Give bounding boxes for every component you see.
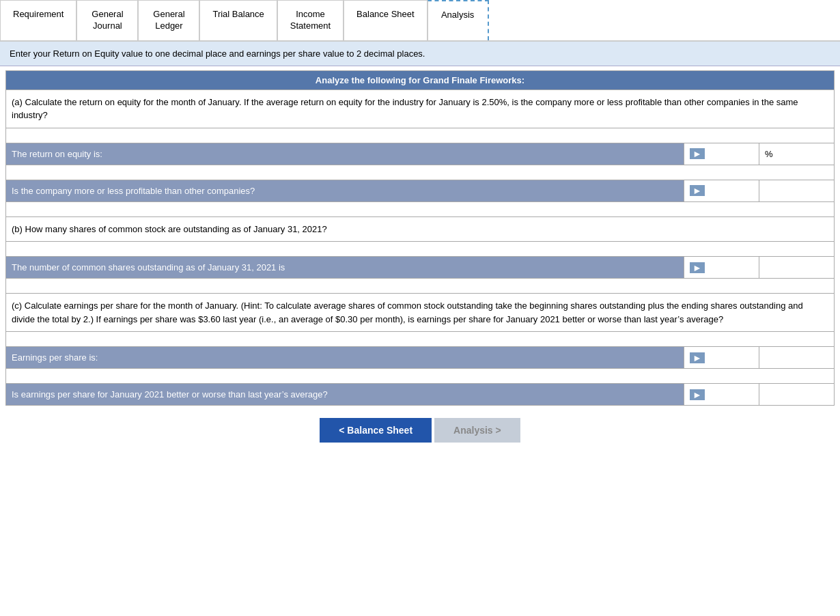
analysis-table: Analyze the following for Grand Finale F…: [5, 70, 835, 406]
eps-compare-label: Is earnings per share for January 2021 b…: [6, 384, 684, 406]
eps-arrow: ►: [690, 352, 705, 363]
profitable-input[interactable]: [705, 184, 753, 197]
instruction-text: Enter your Return on Equity value to one…: [10, 48, 425, 59]
eps-label: Earnings per share is:: [6, 347, 684, 369]
return-on-equity-row: The return on equity is: ► %: [6, 143, 835, 165]
shares-label: The number of common shares outstanding …: [6, 257, 684, 279]
profitable-input-cell[interactable]: ►: [684, 180, 759, 201]
tab-bar: Requirement GeneralJournal GeneralLedger…: [0, 0, 840, 42]
eps-compare-extra-cell: [759, 384, 835, 406]
return-label: The return on equity is:: [6, 143, 684, 165]
section-title: Analyze the following for Grand Finale F…: [6, 70, 835, 89]
shares-extra-cell: [759, 257, 835, 279]
tab-income-statement[interactable]: IncomeStatement: [277, 0, 344, 40]
shares-input-cell[interactable]: ►: [684, 257, 759, 279]
shares-row: The number of common shares outstanding …: [6, 257, 835, 279]
empty-row-1: [6, 128, 835, 143]
eps-compare-row: Is earnings per share for January 2021 b…: [6, 384, 835, 406]
part-b-text: (b) How many shares of common stock are …: [6, 216, 835, 242]
part-b-row: (b) How many shares of common stock are …: [6, 216, 835, 242]
part-c-row: (c) Calculate earnings per share for the…: [6, 294, 835, 332]
eps-compare-input-cell[interactable]: ►: [684, 384, 759, 406]
eps-extra-cell: [759, 347, 835, 369]
part-c-text: (c) Calculate earnings per share for the…: [6, 294, 835, 332]
instruction-bar: Enter your Return on Equity value to one…: [0, 42, 840, 66]
eps-row: Earnings per share is: ►: [6, 347, 835, 369]
return-arrow: ►: [690, 148, 705, 159]
back-button[interactable]: < Balance Sheet: [320, 418, 432, 443]
tab-general-ledger[interactable]: GeneralLedger: [138, 0, 199, 40]
eps-input[interactable]: [705, 351, 753, 364]
empty-row-4: [6, 242, 835, 257]
tab-balance-sheet[interactable]: Balance Sheet: [344, 0, 428, 40]
main-content: Analyze the following for Grand Finale F…: [0, 70, 840, 462]
eps-compare-arrow: ►: [690, 389, 705, 400]
profitable-row: Is the company more or less profitable t…: [6, 180, 835, 201]
tab-trial-balance[interactable]: Trial Balance: [199, 0, 277, 40]
profitable-arrow: ►: [690, 185, 705, 196]
part-a-text: (a) Calculate the return on equity for t…: [6, 89, 835, 128]
empty-row-6: [6, 332, 835, 347]
empty-row-2: [6, 165, 835, 180]
empty-row-3: [6, 201, 835, 216]
nav-buttons: < Balance Sheet Analysis >: [5, 418, 835, 443]
shares-arrow: ►: [690, 262, 705, 273]
tab-general-journal[interactable]: GeneralJournal: [76, 0, 138, 40]
percent-symbol: %: [759, 143, 835, 165]
profitable-label: Is the company more or less profitable t…: [6, 180, 684, 201]
section-title-row: Analyze the following for Grand Finale F…: [6, 70, 835, 89]
next-button[interactable]: Analysis >: [434, 418, 520, 443]
shares-input[interactable]: [705, 261, 753, 274]
eps-compare-input[interactable]: [705, 388, 753, 401]
part-a-row: (a) Calculate the return on equity for t…: [6, 89, 835, 128]
tab-requirement[interactable]: Requirement: [0, 0, 76, 40]
return-input-cell[interactable]: ►: [684, 143, 759, 165]
eps-input-cell[interactable]: ►: [684, 347, 759, 369]
tab-analysis[interactable]: Analysis: [428, 0, 489, 40]
empty-row-5: [6, 279, 835, 294]
return-input[interactable]: [705, 148, 753, 160]
profitable-extra-cell: [759, 180, 835, 201]
empty-row-7: [6, 369, 835, 384]
